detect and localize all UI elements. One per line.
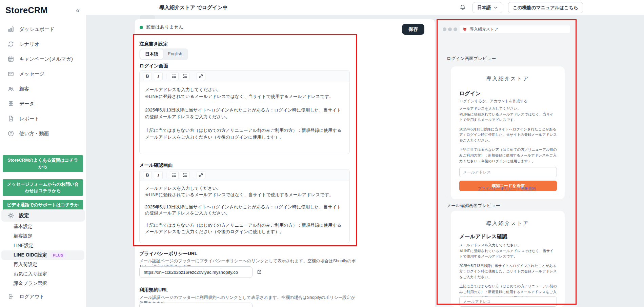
note-paragraph-2: 2025年5月13日以降に当サイトへログインされたことがある方：ログイン時に使用… bbox=[145, 107, 344, 120]
status-text: 変更はありません bbox=[146, 24, 183, 30]
bullet-list-button[interactable] bbox=[170, 72, 179, 80]
preview-email-input[interactable] bbox=[459, 296, 557, 307]
manual-link-button[interactable]: この機能のマニュアルはこちら bbox=[508, 2, 583, 13]
bold-button[interactable]: B bbox=[143, 72, 152, 80]
privacy-url-label: プライバシーポリシーURL bbox=[139, 251, 197, 257]
logout-icon bbox=[7, 293, 14, 300]
preview-divider bbox=[447, 197, 570, 197]
sidebar-item-restock-settings[interactable]: 再入荷設定 bbox=[0, 260, 86, 269]
language-label: 日本語 bbox=[477, 5, 491, 11]
browser-dot bbox=[454, 27, 457, 31]
note-paragraph-3: 上記に当てはまらない方（はじめての方／リニューアル前のみご利用の方）：新規登録に… bbox=[145, 222, 344, 235]
preview-email-input[interactable] bbox=[459, 167, 557, 177]
link-button[interactable] bbox=[197, 171, 205, 179]
partial-tab bbox=[140, 15, 155, 19]
login-heading: ログイン bbox=[459, 90, 481, 97]
toolbar-divider bbox=[193, 74, 193, 79]
note-paragraph-3: 上記に当てはまらない方（はじめての方／リニューアル前のみご利用の方）：新規登録に… bbox=[145, 127, 344, 141]
login-screen-editor: B I メールアドレスを入力してください。 ※LINEに登録されているメールアド… bbox=[139, 70, 350, 154]
login-preview-label: ログイン画面プレビュー bbox=[447, 56, 496, 62]
editor-toolbar: B I bbox=[140, 169, 349, 181]
sidebar-item-report[interactable]: レポート bbox=[0, 111, 86, 126]
mail-confirm-heading: メールアドレス確認 bbox=[459, 233, 507, 240]
line-oidc-label: LINE OIDC設定 bbox=[14, 252, 47, 258]
bar-chart-icon bbox=[7, 26, 14, 33]
nav-label: ダッシュボード bbox=[19, 26, 55, 33]
terms-link[interactable]: 利用規約 bbox=[521, 186, 536, 190]
note-paragraph-2: 2025年5月13日以降に当サイトへログインされたことがある方：ログイン時に使用… bbox=[459, 263, 557, 280]
sidebar-item-campaign[interactable]: キャンペーン(メルマガ) bbox=[0, 52, 86, 66]
terms-url-label: 利用規約URL bbox=[139, 287, 168, 293]
contact-form-button[interactable]: メッセージフォームからのお問い合わせはコチラから bbox=[3, 179, 83, 196]
sidebar-item-dashboard[interactable]: ダッシュボード bbox=[0, 22, 86, 37]
bold-button[interactable]: B bbox=[143, 171, 152, 179]
preview-panel: 導入紹介ストア ログイン画面プレビュー 導入紹介ストア ログイン ログインするか… bbox=[437, 19, 577, 307]
note-line-1: メールアドレスを入力してください。 bbox=[145, 186, 221, 191]
preview-store-title: 導入紹介ストア bbox=[451, 220, 565, 227]
sidebar-item-line-settings[interactable]: LINE設定 bbox=[0, 241, 86, 250]
faq-support-button[interactable]: StoreCRMのよくある質問はコチラから bbox=[3, 155, 83, 172]
calendar-icon bbox=[7, 56, 14, 62]
note-line-1: メールアドレスを入力してください。 bbox=[459, 106, 521, 110]
sidebar-item-logout[interactable]: ログアウト bbox=[0, 291, 86, 302]
link-button[interactable] bbox=[197, 72, 205, 80]
login-preview-note: メールアドレスを入力してください。 ※LINEに登録されているメールアドレスでは… bbox=[459, 106, 557, 164]
language-selector[interactable]: 日本語 bbox=[472, 2, 502, 13]
ordered-list-button[interactable] bbox=[181, 72, 189, 80]
browser-dot bbox=[443, 27, 446, 31]
refresh-cycle-icon bbox=[7, 41, 14, 47]
mail-confirm-editor: B I メールアドレスを入力してください。 ※LINEに登録されているメールアド… bbox=[139, 169, 350, 243]
nav-label: 顧客 bbox=[19, 86, 29, 92]
mail-note-text[interactable]: メールアドレスを入力してください。 ※LINEに登録されているメールアドレスでは… bbox=[140, 181, 349, 240]
envelope-icon bbox=[7, 70, 14, 77]
login-preview-card: 導入紹介ストア ログイン ログインするか、アカウントを作成する メールアドレスを… bbox=[451, 66, 565, 199]
nav-label: レポート bbox=[19, 116, 39, 122]
login-note-text[interactable]: メールアドレスを入力してください。 ※LINEに登録されているメールアドレスでは… bbox=[140, 82, 349, 145]
sidebar-item-message[interactable]: メッセージ bbox=[0, 66, 86, 81]
link-separator: | bbox=[518, 186, 519, 190]
terms-url-input[interactable] bbox=[139, 303, 253, 307]
sidebar-item-line-oidc-settings[interactable]: LINE OIDC設定 PLUS bbox=[1, 250, 84, 260]
toolbar-divider bbox=[193, 172, 193, 178]
sidebar-item-scenario[interactable]: シナリオ bbox=[0, 37, 86, 52]
notification-bell-icon[interactable] bbox=[459, 4, 466, 11]
note-line-2: ※LINEに登録されているメールアドレスではなく、当サイトで使用するメールアドレ… bbox=[145, 94, 334, 99]
sidebar-collapse-icon[interactable]: « bbox=[76, 6, 80, 14]
sidebar-item-settings[interactable]: 設定 bbox=[1, 209, 85, 222]
mail-preview-label: メール確認画面プレビュー bbox=[447, 203, 500, 209]
sidebar-item-data[interactable]: データ bbox=[0, 96, 86, 111]
toolbar-divider bbox=[166, 74, 166, 79]
login-store-title: 導入紹介ストア でログイン中 bbox=[159, 4, 228, 11]
sidebar-item-favorite-settings[interactable]: お気に入り設定 bbox=[0, 269, 86, 279]
status-dot bbox=[140, 26, 143, 29]
note-line-2: ※LINEに登録されているメールアドレスではなく、当サイトで使用するメールアドレ… bbox=[145, 192, 334, 197]
sidebar: StoreCRM « ダッシュボード シナリオ キャンペーン(メルマガ) メッセ… bbox=[0, 0, 86, 307]
gear-icon bbox=[7, 212, 14, 219]
italic-button[interactable]: I bbox=[154, 72, 163, 80]
report-document-icon bbox=[7, 115, 14, 122]
browser-dot bbox=[448, 27, 452, 31]
note-line-2: ※LINEに登録されているメールアドレスではなく、当サイトで使用するメールアドレ… bbox=[459, 112, 554, 122]
sidebar-item-billing-plan[interactable]: 課金プラン選択 bbox=[0, 279, 86, 288]
nav-label: メッセージ bbox=[19, 71, 44, 77]
note-paragraph-2: 2025年5月13日以降に当サイトへログインされたことがある方：ログイン時に使用… bbox=[459, 126, 557, 143]
sidebar-item-basic-settings[interactable]: 基本設定 bbox=[0, 222, 86, 231]
privacy-policy-link[interactable]: プライバシーポリシー bbox=[478, 186, 516, 190]
external-link-icon[interactable] bbox=[257, 269, 262, 275]
privacy-url-input[interactable] bbox=[139, 266, 253, 278]
bullet-list-button[interactable] bbox=[170, 171, 179, 179]
nav-label: シナリオ bbox=[19, 41, 39, 47]
database-icon bbox=[7, 100, 14, 107]
tab-japanese[interactable]: 日本語 bbox=[140, 49, 163, 59]
save-button[interactable]: 保存 bbox=[402, 24, 424, 35]
sidebar-item-howto[interactable]: 使い方・動画 bbox=[0, 126, 86, 141]
note-line-2: ※LINEに登録されているメールアドレスではなく、当サイトで使用するメールアドレ… bbox=[459, 249, 554, 259]
tab-english[interactable]: English bbox=[163, 49, 187, 59]
browser-address-bar: 導入紹介ストア bbox=[460, 25, 570, 33]
mail-preview-card: 導入紹介ストア メールアドレス確認 メールアドレスを入力してください。 ※LIN… bbox=[451, 211, 565, 307]
italic-button[interactable]: I bbox=[154, 171, 163, 179]
ordered-list-button[interactable] bbox=[181, 171, 189, 179]
sidebar-item-customer-settings[interactable]: 顧客設定 bbox=[0, 231, 86, 241]
sidebar-item-customers[interactable]: 顧客 bbox=[0, 81, 86, 96]
note-line-1: メールアドレスを入力してください。 bbox=[459, 243, 521, 247]
